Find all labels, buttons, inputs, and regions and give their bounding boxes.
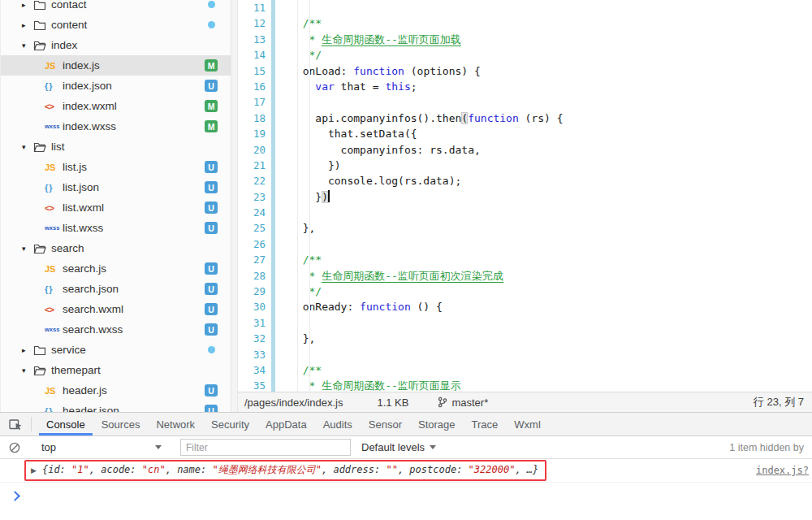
code-line[interactable]: 26 [238, 236, 812, 252]
code-line[interactable]: 21 }) [238, 158, 812, 173]
line-number: 24 [238, 205, 271, 220]
inspect-element-button[interactable] [0, 413, 31, 436]
tree-item-themepart[interactable]: ▾themepart [1, 360, 231, 380]
json-file-icon: {} [45, 406, 63, 413]
console-toolbar: top Default levels 1 item hidden by [0, 436, 812, 459]
tree-item-label: list.json [63, 181, 99, 193]
git-status-badge: U [205, 161, 218, 173]
code-line[interactable]: 23 }) [238, 189, 812, 205]
line-number: 17 [238, 94, 271, 110]
log-source-link[interactable]: index.js? [756, 465, 812, 476]
code-editor[interactable]: 1112 /**13 * 生命周期函数--监听页面加载14 */15 onLoa… [238, 0, 812, 392]
tree-item-label: search.json [63, 283, 119, 295]
json-file-icon: {} [45, 284, 63, 294]
file-explorer-sidebar[interactable]: ▸contact▸content▾indexJSindex.jsM{}index… [0, 0, 231, 412]
expand-object-triangle-icon[interactable]: ▶ [31, 466, 37, 474]
code-line[interactable]: 13 * 生命周期函数--监听页面加载 [238, 32, 812, 47]
line-number: 23 [238, 189, 271, 205]
git-status-badge: U [205, 222, 218, 234]
tree-item-list.wxml[interactable]: <>list.wxmlU [1, 197, 231, 218]
tree-item-index.json[interactable]: {}index.jsonU [1, 76, 231, 96]
console-filter-input[interactable] [180, 439, 351, 456]
code-line[interactable]: 29 */ [238, 284, 812, 299]
console-prompt-row[interactable] [0, 483, 812, 520]
code-line[interactable]: 15 onLoad: function (options) { [238, 63, 812, 79]
tab-network[interactable]: Network [148, 413, 203, 436]
clear-console-button[interactable] [6, 442, 23, 453]
code-line[interactable]: 14 */ [238, 47, 812, 63]
line-number: 14 [238, 47, 271, 63]
tree-item-search[interactable]: ▾search [1, 238, 231, 258]
code-line[interactable]: 32 }, [238, 331, 812, 346]
code-line[interactable]: 22 console.log(rs.data); [238, 173, 812, 188]
tab-sources[interactable]: Sources [93, 413, 149, 436]
code-line[interactable]: 27 /** [238, 252, 812, 267]
line-number: 34 [238, 362, 271, 378]
editor-workspace: ▸contact▸content▾indexJSindex.jsM{}index… [0, 0, 812, 412]
tree-item-list.wxss[interactable]: wxsslist.wxssU [1, 218, 231, 238]
code-line[interactable]: 34 /** [238, 362, 812, 378]
line-number: 31 [238, 315, 271, 331]
git-status-badge: U [205, 283, 218, 295]
indent-guide [309, 0, 310, 392]
git-status-badge: U [205, 405, 218, 412]
tree-item-label: list.wxss [63, 222, 103, 234]
code-line[interactable]: 25 }, [238, 220, 812, 236]
code-line[interactable]: 20 companyinfos: rs.data, [238, 142, 812, 158]
js-file-icon: JS [45, 264, 63, 274]
indent-guide [297, 0, 298, 392]
git-status-badge: M [205, 120, 218, 132]
code-line[interactable]: 16 var that = this; [238, 79, 812, 94]
folder-open-icon [33, 141, 51, 153]
tab-trace[interactable]: Trace [464, 413, 507, 436]
git-branch-indicator: master* [438, 396, 488, 409]
tree-item-index.wxml[interactable]: <>index.wxmlM [1, 96, 231, 116]
tree-item-list[interactable]: ▾list [1, 136, 231, 157]
tree-item-content[interactable]: ▸content [1, 15, 231, 35]
sidebar-resize-handle[interactable] [231, 0, 238, 412]
tab-appdata[interactable]: AppData [257, 413, 315, 436]
code-line[interactable]: 33 [238, 347, 812, 362]
tree-item-index.wxss[interactable]: wxssindex.wxssM [1, 116, 231, 136]
tree-item-contact[interactable]: ▸contact [1, 0, 231, 15]
editor-pane: 1112 /**13 * 生命周期函数--监听页面加载14 */15 onLoa… [238, 0, 812, 412]
code-line[interactable]: 18 api.companyinfos().then(function (rs)… [238, 110, 812, 126]
js-file-icon: JS [45, 386, 63, 396]
code-line[interactable]: 19 that.setData({ [238, 126, 812, 141]
tab-audits[interactable]: Audits [315, 413, 361, 436]
tree-item-index[interactable]: ▾index [1, 35, 231, 55]
code-line[interactable]: 24 [238, 205, 812, 220]
git-status-badge: U [205, 303, 218, 315]
tree-item-service[interactable]: ▸service [1, 340, 231, 360]
tree-item-header.js[interactable]: JSheader.jsU [1, 380, 231, 401]
tree-item-search.js[interactable]: JSsearch.jsU [1, 258, 231, 279]
code-line[interactable]: 11 [238, 0, 812, 15]
code-line[interactable]: 30 onReady: function () { [238, 299, 812, 314]
code-line[interactable]: 31 [238, 315, 812, 331]
code-line[interactable]: 28 * 生命周期函数--监听页面初次渲染完成 [238, 268, 812, 284]
log-levels-dropdown[interactable]: Default levels [361, 441, 436, 453]
folder-icon [33, 0, 51, 11]
log-levels-label: Default levels [361, 441, 425, 453]
line-number: 15 [238, 63, 271, 79]
line-number: 26 [238, 236, 271, 252]
tree-item-header.json[interactable]: {}header.jsonU [1, 401, 231, 412]
tree-item-index.js[interactable]: JSindex.jsM [1, 55, 231, 76]
console-log-row[interactable]: ▶ {id: "1", acode: "cn", name: "绳墨网络科技有限… [0, 459, 812, 483]
code-line[interactable]: 17 [238, 94, 812, 110]
tree-item-search.wxml[interactable]: <>search.wxmlU [1, 299, 231, 319]
execution-context-dropdown[interactable]: top [38, 441, 165, 453]
tree-item-search.json[interactable]: {}search.jsonU [1, 279, 231, 299]
line-number: 19 [238, 126, 271, 141]
tab-storage[interactable]: Storage [410, 413, 464, 436]
tab-console[interactable]: Console [38, 413, 93, 436]
tree-item-label: content [51, 19, 87, 31]
tab-security[interactable]: Security [203, 413, 257, 436]
code-line[interactable]: 12 /** [238, 15, 812, 31]
code-line[interactable]: 35 * 生命周期函数--监听页面显示 [238, 378, 812, 392]
tree-item-list.js[interactable]: JSlist.jsU [1, 157, 231, 177]
tree-item-list.json[interactable]: {}list.jsonU [1, 177, 231, 197]
tab-sensor[interactable]: Sensor [361, 413, 410, 436]
tab-wxml[interactable]: Wxml [506, 413, 549, 436]
tree-item-search.wxss[interactable]: wxsssearch.wxssU [1, 319, 231, 340]
